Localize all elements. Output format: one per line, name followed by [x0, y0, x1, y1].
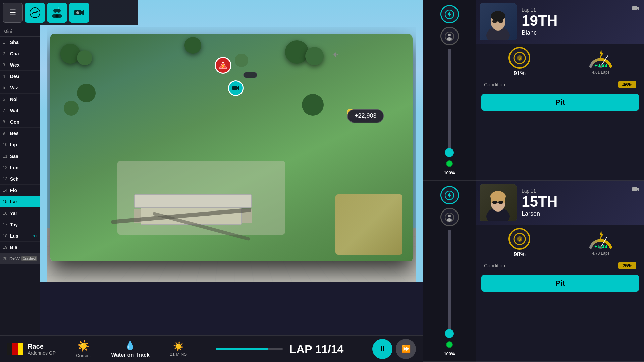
sidebar-row-pos: 14: [3, 188, 10, 193]
driver2-condition-label: Condition:: [484, 263, 507, 268]
sidebar-row-6[interactable]: 6Noi: [0, 94, 40, 105]
stats-button[interactable]: [25, 3, 45, 23]
sidebar-row-19[interactable]: 19Bla: [0, 242, 40, 253]
driver2-avatar: [480, 184, 517, 221]
plane-decoration: ✈: [332, 50, 339, 60]
svg-marker-34: [637, 6, 639, 10]
driver1-lightning-btn[interactable]: [440, 5, 459, 23]
sidebar-row-status: PIT: [32, 234, 37, 238]
sidebar-row-7[interactable]: 7Wal: [0, 105, 40, 116]
water-label: Water on Track: [111, 352, 149, 358]
driver1-camera-icon: [631, 4, 640, 15]
sidebar-row-20[interactable]: 20DeWCrashed: [0, 253, 40, 264]
driver2-status-dot: [446, 341, 453, 348]
sidebar-row-16[interactable]: 16Yar: [0, 207, 40, 219]
bottom-bar: Race Ardennes GP ☀️ Current 💧 Water on T…: [0, 335, 423, 362]
sidebar-row-abbr: DeW: [9, 256, 20, 261]
toolbar: ☰ 1: [0, 0, 138, 25]
menu-button[interactable]: ☰: [3, 3, 23, 23]
driver1-name: Blanc: [522, 29, 558, 36]
sidebar-title: Mini: [0, 27, 40, 37]
divider-3: [160, 341, 160, 357]
driver2-person-btn[interactable]: [440, 208, 459, 226]
svg-line-2: [34, 12, 35, 13]
pause-button[interactable]: ⏸: [372, 339, 392, 359]
sidebar-row-pos: 13: [3, 176, 10, 181]
driver1-slider[interactable]: [448, 49, 451, 157]
sidebar-row-9[interactable]: 9Bes: [0, 128, 40, 139]
sidebar-row-pos: 18: [3, 233, 10, 238]
sidebar-row-5[interactable]: 5Váz: [0, 82, 40, 94]
driver2-info: Lap 11 15TH Larsen: [522, 188, 558, 217]
svg-marker-51: [637, 187, 639, 191]
driver1-slider-pct: 100%: [444, 170, 455, 175]
driver2-header: Lap 11 15TH Larsen: [476, 181, 644, 225]
sidebar-row-12[interactable]: 12Lun: [0, 162, 40, 173]
weather-section: ☀️ Current: [76, 340, 91, 358]
sidebar-row-13[interactable]: 13Sch: [0, 173, 40, 185]
water-section: 💧 Water on Track: [111, 340, 149, 358]
sidebar-row-pos: 1: [3, 40, 10, 45]
sidebar-row-2[interactable]: 2Cha: [0, 48, 40, 59]
svg-point-20: [447, 37, 452, 41]
driver1-energy-val: +0.63: [594, 62, 607, 68]
sidebar-row-1[interactable]: 1Sha: [0, 37, 40, 48]
sidebar-row-11[interactable]: 11Saa: [0, 150, 40, 162]
svg-text:⚡: ⚡: [220, 63, 226, 69]
svg-text:S: S: [518, 56, 521, 61]
sidebar-row-abbr: Wal: [10, 108, 37, 113]
time-label: 21 MINS: [170, 352, 187, 357]
driver1-card: Lap 11 19TH Blanc: [476, 0, 644, 181]
sidebar-row-15[interactable]: 15Lar: [0, 196, 40, 207]
sidebar-row-pos: 17: [3, 222, 10, 227]
sidebar-row-8[interactable]: 8Gon: [0, 116, 40, 128]
driver2-tyre-stat: S 98%: [481, 228, 558, 258]
country-flag: [7, 343, 23, 355]
driver1-person-btn[interactable]: [440, 27, 459, 45]
fast-forward-button[interactable]: ⏩: [396, 339, 416, 359]
sidebar-row-abbr: Yar: [10, 210, 37, 216]
play-controls: ⏸ ⏩: [372, 339, 416, 359]
svg-rect-45: [491, 196, 493, 203]
driver2-slider[interactable]: [448, 230, 451, 338]
flag-section: Race Ardennes GP: [7, 343, 56, 356]
sidebar-row-pos: 6: [3, 97, 10, 102]
sidebar-row-abbr: Wex: [10, 62, 37, 68]
ff-icon: ⏩: [401, 345, 411, 353]
driver2-slider-container: [426, 230, 473, 338]
team-button[interactable]: 1: [47, 3, 67, 23]
lap-counter: LAP 11/14: [289, 343, 344, 356]
sidebar-row-abbr: Cha: [10, 51, 37, 56]
svg-point-19: [448, 34, 451, 36]
sidebar-row-18[interactable]: 18LusPIT: [0, 230, 40, 242]
water-icon: 💧: [125, 340, 136, 351]
sidebar-row-abbr: Lip: [10, 142, 37, 147]
divider-1: [66, 341, 66, 357]
sidebar-row-4[interactable]: 4DeG: [0, 71, 40, 82]
sidebar-row-pos: 11: [3, 154, 10, 159]
race-sub: Ardennes GP: [28, 350, 56, 356]
sidebar-row-14[interactable]: 14Flo: [0, 185, 40, 196]
driver2-camera-icon: [631, 185, 640, 195]
driver2-lightning-btn[interactable]: [440, 186, 459, 204]
sidebar-row-pos: 8: [3, 119, 10, 124]
sidebar-crashed-badge: Crashed: [21, 256, 37, 261]
sidebar-row-abbr: Lun: [10, 165, 37, 170]
sidebar-row-pos: 12: [3, 165, 10, 170]
camera-button[interactable]: [69, 3, 89, 23]
sidebar-row-3[interactable]: 3Wex: [0, 59, 40, 71]
driver1-tyre-pct: 91%: [514, 70, 526, 77]
driver2-condition-row: Condition: 25%: [481, 261, 639, 270]
driver2-pit-button[interactable]: Pit: [481, 275, 639, 292]
sidebar-row-17[interactable]: 17Tay: [0, 219, 40, 230]
sidebar-row-10[interactable]: 10Lip: [0, 139, 40, 150]
driver2-card: Lap 11 15TH Larsen S: [476, 181, 644, 362]
svg-line-1: [32, 12, 34, 14]
sidebar-row-abbr: Váz: [10, 85, 37, 90]
driver1-pit-button[interactable]: Pit: [481, 94, 639, 111]
sidebar-row-abbr: DeG: [10, 74, 37, 79]
driver2-stats: S 98%: [476, 225, 644, 361]
sidebar-row-pos: 15: [3, 199, 10, 204]
driver1-tyre-stat: S 91%: [481, 47, 558, 77]
driver2-lap: Lap 11: [522, 188, 558, 194]
